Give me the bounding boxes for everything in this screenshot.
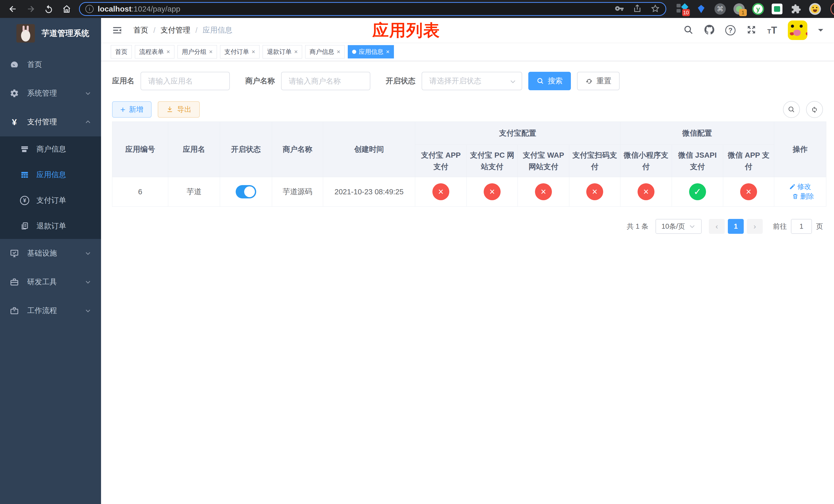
sidebar-logo[interactable]: 芋道管理系统 (0, 18, 101, 49)
search-icon (788, 106, 795, 113)
close-icon[interactable]: × (167, 48, 170, 55)
page-unit-label: 页 (816, 222, 823, 231)
extensions-puzzle-icon[interactable] (790, 3, 802, 15)
reload-icon[interactable] (41, 1, 57, 17)
tabs-bar: 首页 流程表单× 用户分组× 支付订单× 退款订单× 商户信息× 应用信息× (101, 43, 834, 61)
tab-refund-order[interactable]: 退款订单× (263, 45, 302, 59)
tab-merchant-info[interactable]: 商户信息× (305, 45, 345, 59)
extension-recorder-icon[interactable]: 1 (733, 3, 745, 15)
user-avatar[interactable] (788, 21, 807, 40)
breadcrumb: 首页 / 支付管理 / 应用信息 (133, 25, 232, 36)
extension-chat-icon[interactable] (771, 3, 783, 15)
active-dot (352, 50, 356, 54)
refresh-table-button[interactable] (806, 101, 823, 118)
app-name-input[interactable] (140, 72, 230, 90)
status-select[interactable]: 请选择开启状态 (422, 72, 522, 90)
status-label: 开启状态 (386, 76, 415, 86)
help-icon[interactable]: ? (725, 25, 736, 36)
store-icon (20, 145, 30, 154)
toolbox-icon (9, 306, 20, 315)
chevron-down-icon (85, 90, 91, 97)
page-number-1[interactable]: 1 (728, 219, 744, 234)
pay-submenu: 商户信息 应用信息 ¥ 支付订单 (0, 136, 101, 239)
edit-pencil-icon (789, 183, 796, 190)
table-toolbar: + 新增 导出 (112, 101, 823, 118)
password-key-icon[interactable] (615, 4, 624, 14)
next-page-button[interactable]: › (747, 219, 763, 234)
sidebar-item-merchant-info[interactable]: 商户信息 (0, 136, 101, 162)
extension-badge: 1 (739, 9, 747, 16)
forward-icon[interactable] (23, 1, 39, 17)
prev-page-button[interactable]: ‹ (709, 219, 725, 234)
col-header-alipay-pc: 支付宝 PC 网站支付 (467, 145, 518, 177)
goto-page-input[interactable] (791, 219, 812, 234)
extension-gem-icon[interactable] (695, 3, 707, 15)
sidebar-item-app-info[interactable]: 应用信息 (0, 162, 101, 188)
close-icon[interactable]: × (251, 48, 255, 55)
back-icon[interactable] (5, 1, 21, 17)
delete-button[interactable]: 删除 (792, 192, 814, 201)
refresh-icon (585, 77, 593, 85)
tab-app-info[interactable]: 应用信息× (348, 45, 394, 59)
edit-button[interactable]: 修改 (789, 182, 811, 191)
tab-process-form[interactable]: 流程表单× (135, 45, 174, 59)
extension-blocks-icon[interactable]: 10 (676, 3, 688, 15)
sidebar-item-infra[interactable]: 基础设施 (0, 239, 101, 268)
group-header-alipay: 支付宝配置 (415, 122, 620, 145)
home-icon[interactable] (59, 1, 74, 17)
status-icon: × (638, 183, 655, 200)
bookmark-star-icon[interactable] (651, 4, 660, 14)
fullscreen-icon[interactable] (746, 25, 756, 36)
reset-button[interactable]: 重置 (577, 72, 620, 90)
status-toggle[interactable] (236, 185, 256, 199)
close-icon[interactable]: × (337, 48, 340, 55)
merchant-name-input[interactable] (281, 72, 370, 90)
site-info-icon[interactable]: i (85, 5, 94, 13)
caret-down-icon[interactable] (818, 29, 823, 34)
col-header-wx-app: 微信 APP 支付 (723, 145, 774, 177)
toggle-search-button[interactable] (783, 101, 800, 118)
collapse-sidebar-icon[interactable] (112, 25, 123, 36)
extension-emoji-avatar-icon[interactable] (809, 3, 821, 15)
tab-pay-order[interactable]: 支付订单× (220, 45, 260, 59)
share-icon[interactable] (633, 4, 642, 14)
col-header-created: 创建时间 (323, 122, 415, 177)
export-button[interactable]: 导出 (158, 101, 200, 118)
col-header-alipay-app: 支付宝 APP 支付 (415, 145, 467, 177)
sidebar-item-pay[interactable]: ¥ 支付管理 (0, 108, 101, 136)
url-text[interactable]: localhost:1024/pay/app (98, 5, 180, 13)
cell-app-name: 芋道 (168, 177, 220, 207)
font-size-icon[interactable]: TT (767, 25, 777, 36)
address-bar[interactable]: i localhost:1024/pay/app (79, 2, 666, 16)
close-icon[interactable]: × (209, 48, 213, 55)
status-icon: × (586, 183, 603, 200)
close-icon[interactable]: × (294, 48, 298, 55)
sidebar-item-devtools[interactable]: 研发工具 (0, 268, 101, 296)
search-button[interactable]: 搜索 (528, 72, 571, 90)
github-icon[interactable] (704, 25, 715, 36)
breadcrumb-pay[interactable]: 支付管理 (160, 25, 190, 36)
sidebar-item-pay-order[interactable]: ¥ 支付订单 (0, 188, 101, 213)
extension-y-icon[interactable]: y (752, 3, 764, 15)
extension-badge: 10 (682, 9, 690, 16)
sidebar-item-workflow[interactable]: 工作流程 (0, 296, 101, 325)
page-size-select[interactable]: 10条/页 (656, 219, 702, 234)
sidebar-item-home[interactable]: 首页 (0, 50, 101, 79)
add-button[interactable]: + 新增 (112, 101, 152, 118)
sidebar-menu: 首页 系统管理 ¥ 支付管理 (0, 50, 101, 325)
close-icon[interactable]: × (386, 48, 390, 55)
chevron-down-icon (688, 223, 696, 230)
col-header-wx-jsapi: 微信 JSAPI 支付 (672, 145, 723, 177)
breadcrumb-home[interactable]: 首页 (133, 25, 148, 36)
browser-update-button[interactable]: 更新 (830, 2, 834, 16)
tab-home[interactable]: 首页 (111, 45, 132, 59)
sidebar-item-system[interactable]: 系统管理 (0, 79, 101, 108)
tab-user-group[interactable]: 用户分组× (177, 45, 217, 59)
page-title-annotation: 应用列表 (372, 19, 440, 42)
gear-icon (9, 89, 20, 98)
sidebar-item-refund-order[interactable]: 退款订单 (0, 213, 101, 239)
total-count: 共 1 条 (627, 222, 648, 231)
extension-command-icon[interactable]: ⌘ (714, 3, 726, 15)
status-icon: × (484, 183, 501, 200)
search-icon[interactable] (683, 25, 694, 36)
